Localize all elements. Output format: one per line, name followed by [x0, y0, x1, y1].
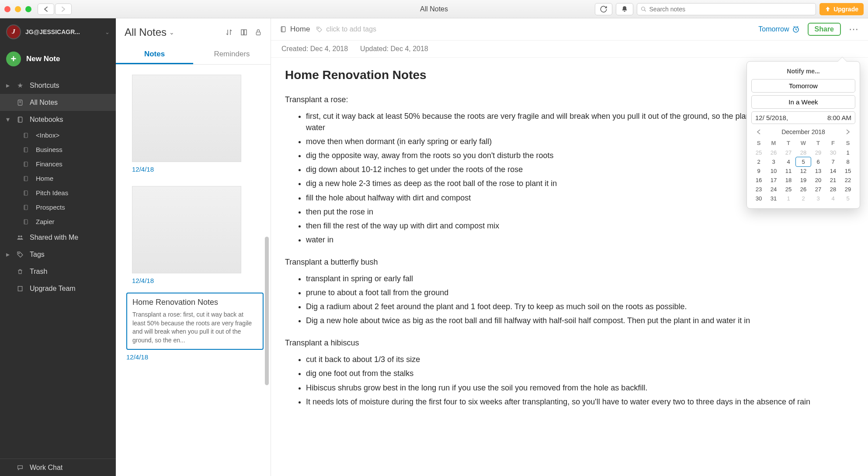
calendar-day[interactable]: 22: [840, 176, 855, 185]
tab-notes[interactable]: Notes: [116, 45, 193, 64]
more-menu-button[interactable]: ⋯: [849, 24, 859, 35]
calendar-day[interactable]: 17: [766, 176, 781, 185]
list-item: Dig a new hole about twice as big as the…: [306, 315, 854, 326]
notebook-selector[interactable]: Home: [280, 25, 310, 34]
sync-button[interactable]: [595, 3, 612, 15]
sidebar-item-upgrade-team[interactable]: ▸ Upgrade Team: [0, 280, 116, 297]
calendar-day[interactable]: 5: [796, 157, 811, 166]
reminder-tomorrow-button[interactable]: Tomorrow: [751, 79, 855, 93]
calendar-day[interactable]: 16: [751, 176, 766, 185]
calendar-prev-button[interactable]: [754, 128, 764, 135]
sidebar-item-trash[interactable]: ▸ Trash: [0, 263, 116, 280]
calendar-day[interactable]: 4: [781, 157, 796, 166]
note-card[interactable]: Home Renovation NotesTransplant a rose: …: [126, 293, 264, 350]
note-list-header: All Notes ⌄: [116, 18, 271, 43]
calendar-day[interactable]: 5: [840, 194, 855, 203]
sidebar-notebook-item[interactable]: Prospects: [0, 200, 116, 214]
upgrade-button[interactable]: Upgrade: [819, 3, 864, 15]
calendar-day[interactable]: 7: [826, 157, 840, 166]
calendar-day[interactable]: 31: [766, 194, 781, 203]
calendar-day[interactable]: 30: [826, 148, 840, 157]
building-icon: [16, 285, 24, 292]
sort-icon[interactable]: [225, 28, 233, 36]
calendar-day[interactable]: 15: [840, 166, 855, 176]
sidebar-item-tags[interactable]: ▸ Tags: [0, 246, 116, 263]
sidebar-item-notebooks[interactable]: ▾ Notebooks: [0, 111, 116, 128]
calendar-day[interactable]: 26: [766, 148, 781, 157]
calendar-day[interactable]: 9: [751, 166, 766, 176]
note-list-body[interactable]: 12/4/1812/4/18Home Renovation NotesTrans…: [116, 65, 271, 476]
view-icon[interactable]: [240, 28, 248, 36]
calendar-day[interactable]: 10: [766, 166, 781, 176]
search-input-wrapper[interactable]: [637, 3, 816, 15]
notebook-label: <Inbox>: [36, 131, 59, 139]
calendar-day[interactable]: 3: [811, 194, 826, 203]
calendar-day[interactable]: 18: [781, 176, 796, 185]
nav-forward-button[interactable]: [55, 3, 72, 15]
sidebar-notebook-item[interactable]: Finances: [0, 157, 116, 171]
calendar-day[interactable]: 26: [796, 185, 811, 194]
close-window-button[interactable]: [4, 6, 10, 12]
sidebar-notebook-item[interactable]: Zapier: [0, 214, 116, 229]
calendar-day[interactable]: 25: [781, 185, 796, 194]
calendar-day[interactable]: 20: [811, 176, 826, 185]
note-card[interactable]: 12/4/18: [126, 70, 264, 178]
calendar-day[interactable]: 3: [766, 157, 781, 166]
calendar-day[interactable]: 23: [751, 185, 766, 194]
editor-toolbar: Home click to add tags Tomorrow Share ⋯: [271, 18, 868, 41]
sidebar-notebook-item[interactable]: Home: [0, 171, 116, 186]
sidebar-item-all-notes[interactable]: ▸ All Notes: [0, 94, 116, 111]
tab-reminders[interactable]: Reminders: [193, 45, 271, 64]
list-item: then fill the rest of the way up with di…: [306, 220, 854, 231]
notifications-button[interactable]: [616, 3, 633, 15]
calendar-day[interactable]: 14: [826, 166, 840, 176]
calendar-day[interactable]: 29: [840, 185, 855, 194]
calendar-day[interactable]: 4: [826, 194, 840, 203]
calendar-day[interactable]: 29: [811, 148, 826, 157]
share-button[interactable]: Share: [808, 23, 841, 36]
lock-icon[interactable]: [255, 28, 262, 36]
calendar-day[interactable]: 24: [766, 185, 781, 194]
calendar-day[interactable]: 19: [796, 176, 811, 185]
calendar-day[interactable]: 1: [840, 148, 855, 157]
calendar-day[interactable]: 28: [826, 185, 840, 194]
account-switcher[interactable]: J JG@JESSICAGR... ⌄: [0, 18, 116, 45]
calendar-day[interactable]: 27: [781, 148, 796, 157]
svg-line-1: [645, 10, 646, 11]
reminder-button[interactable]: Tomorrow: [758, 25, 799, 33]
calendar-day[interactable]: 2: [796, 194, 811, 203]
reminder-week-button[interactable]: In a Week: [751, 95, 855, 109]
nav-back-button[interactable]: [38, 3, 54, 15]
reminder-date: 12/ 5/2018,: [755, 114, 788, 121]
list-item: dig one foot out from the stalks: [306, 368, 854, 379]
minimize-window-button[interactable]: [15, 6, 21, 12]
sidebar-notebook-item[interactable]: Pitch Ideas: [0, 186, 116, 200]
calendar-day[interactable]: 8: [840, 157, 855, 166]
calendar-day[interactable]: 11: [781, 166, 796, 176]
note-list-title-dropdown[interactable]: All Notes ⌄: [125, 26, 174, 38]
sidebar-item-shared[interactable]: ▸ Shared with Me: [0, 229, 116, 246]
calendar-day[interactable]: 2: [751, 157, 766, 166]
note-card[interactable]: 12/4/18: [126, 181, 264, 289]
sidebar-item-work-chat[interactable]: ▸ Work Chat: [0, 459, 116, 476]
calendar-day[interactable]: 13: [811, 166, 826, 176]
calendar-day[interactable]: 25: [751, 148, 766, 157]
search-input[interactable]: [649, 6, 812, 13]
scrollbar-thumb[interactable]: [265, 237, 269, 385]
calendar-day[interactable]: 21: [826, 176, 840, 185]
reminder-datetime-input[interactable]: 12/ 5/2018, 8:00 AM: [751, 111, 855, 124]
calendar-day[interactable]: 6: [811, 157, 826, 166]
calendar-day[interactable]: 27: [811, 185, 826, 194]
calendar-day[interactable]: 30: [751, 194, 766, 203]
maximize-window-button[interactable]: [25, 6, 31, 12]
calendar-day[interactable]: 12: [796, 166, 811, 176]
calendar-day[interactable]: 1: [781, 194, 796, 203]
note-date: 12/4/18: [126, 353, 264, 361]
calendar-next-button[interactable]: [843, 128, 853, 135]
tag-input-area[interactable]: click to add tags: [316, 25, 376, 33]
new-note-button[interactable]: + New Note: [0, 45, 116, 72]
sidebar-notebook-item[interactable]: Business: [0, 142, 116, 157]
calendar-day[interactable]: 28: [796, 148, 811, 157]
sidebar-notebook-item[interactable]: <Inbox>: [0, 128, 116, 142]
sidebar-item-shortcuts[interactable]: ▸ ★ Shortcuts: [0, 77, 116, 94]
